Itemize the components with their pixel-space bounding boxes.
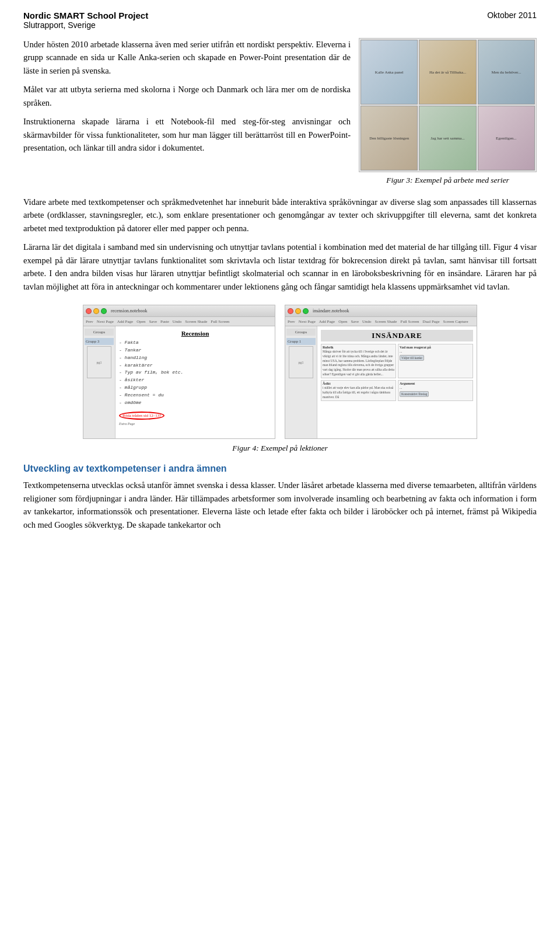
close-btn bbox=[86, 308, 92, 314]
comic-panel-3: Men du behöver... bbox=[478, 40, 535, 104]
insandare-main-title: INSÄNDARE bbox=[321, 330, 473, 341]
recension-title: recension.notebook bbox=[111, 308, 147, 313]
red-oval-container: Röda tråden sid 12–13? bbox=[119, 409, 271, 420]
insandare-cell-vadman: Vad man reagerat på ... Väljer till kank… bbox=[398, 344, 473, 378]
recension-lines: - Fakta - Tankar - handling - karaktärer… bbox=[119, 339, 271, 406]
comic-panel-1: Kalle Anka panel bbox=[360, 40, 418, 104]
insandare-titlebar: insändare.notebook bbox=[285, 305, 477, 317]
screenshot-recension: recension.notebook Prev Next Page Add Pa… bbox=[83, 305, 275, 439]
red-oval-text: Röda tråden sid 12–13? bbox=[119, 412, 164, 420]
insandare-cell-argument: Argument ... Konstruktivt förslag bbox=[398, 380, 473, 401]
sidebar-thumbnail: pg1 bbox=[87, 346, 111, 378]
insandare-cell-asikt: Åsikt i stället att varje elev kan alla … bbox=[321, 380, 396, 401]
figure4-area: recension.notebook Prev Next Page Add Pa… bbox=[23, 305, 537, 453]
valjer-btn: Väljer till kanke bbox=[400, 355, 424, 361]
section3-paragraph1: Textkompetenserna utvecklas också utanfö… bbox=[23, 479, 537, 531]
figure3-container: Kalle Anka panel Ha det är så Tillbaka..… bbox=[359, 38, 537, 185]
figure4-caption: Figur 4: Exempel på lektioner bbox=[23, 444, 537, 453]
minimize-btn bbox=[93, 308, 99, 314]
extra-page-link: Extra Page bbox=[119, 422, 271, 426]
report-subtitle: Slutrapport, Sverige bbox=[23, 20, 148, 30]
comic-panel-2: Ha det är så Tillbaka... bbox=[419, 40, 476, 104]
sidebar-group: Grupp 3 bbox=[85, 338, 114, 345]
sidebar-thumbnail-2: pg1 bbox=[289, 346, 313, 378]
recension-main: Recension - Fakta - Tankar - handling - … bbox=[116, 326, 275, 438]
insandare-grid: Rubrik Många skriver för att tycka till … bbox=[321, 344, 473, 401]
section2-paragraph1: Vidare arbete med textkompetenser och sp… bbox=[23, 196, 537, 235]
comic-panel-4: Den billigaste lösningen bbox=[360, 106, 418, 170]
insandare-content: Groups Grupp 1 pg1 INSÄNDARE Rubrik Mång… bbox=[285, 326, 477, 438]
report-date: Oktober 2011 bbox=[487, 11, 537, 20]
section3-heading: Utveckling av textkompetenser i andra äm… bbox=[23, 463, 537, 474]
sidebar-group-2: Grupp 1 bbox=[286, 338, 316, 345]
maximize-btn-2 bbox=[303, 308, 309, 314]
screenshots-container: recension.notebook Prev Next Page Add Pa… bbox=[23, 305, 537, 439]
maximize-btn bbox=[101, 308, 107, 314]
insandare-sidebar: Groups Grupp 1 pg1 bbox=[285, 326, 317, 438]
close-btn-2 bbox=[288, 308, 293, 314]
insandare-cell-rubrik: Rubrik Många skriver för att tycka till … bbox=[321, 344, 396, 378]
insandare-toolbar: Prev Next Page Add Page Open Save Undo S… bbox=[285, 317, 477, 326]
recension-toolbar: Prev Next Page Add Page Open Save Paste … bbox=[83, 317, 275, 326]
comic-image: Kalle Anka panel Ha det är så Tillbaka..… bbox=[359, 38, 537, 172]
screenshot-insandare: insändare.notebook Prev Next Page Add Pa… bbox=[285, 305, 477, 439]
recension-content: Groups Grupp 3 pg1 Recension - Fakta - T… bbox=[83, 326, 275, 438]
section2-paragraph2: Lärarna lär det digitala i samband med s… bbox=[23, 241, 537, 293]
recension-sidebar: Groups Grupp 3 pg1 bbox=[83, 326, 116, 438]
minimize-btn-2 bbox=[295, 308, 301, 314]
konstruktivt-btn: Konstruktivt förslag bbox=[400, 391, 429, 397]
insandare-title: insändare.notebook bbox=[313, 308, 349, 313]
section1-with-image: Kalle Anka panel Ha det är så Tillbaka..… bbox=[23, 38, 537, 190]
comic-panel-5: Jag har sett samma... bbox=[419, 106, 476, 170]
page-header: Nordic SMART School Project Slutrapport,… bbox=[23, 11, 537, 30]
insandare-main: INSÄNDARE Rubrik Många skriver för att t… bbox=[317, 326, 477, 438]
figure3-caption: Figur 3: Exempel på arbete med serier bbox=[359, 176, 537, 185]
project-title: Nordic SMART School Project bbox=[23, 11, 148, 20]
recension-titlebar: recension.notebook bbox=[83, 305, 275, 317]
header-left: Nordic SMART School Project Slutrapport,… bbox=[23, 11, 148, 30]
recension-main-title: Recension bbox=[119, 330, 271, 337]
comic-panel-6: Egentligen... bbox=[478, 106, 535, 170]
